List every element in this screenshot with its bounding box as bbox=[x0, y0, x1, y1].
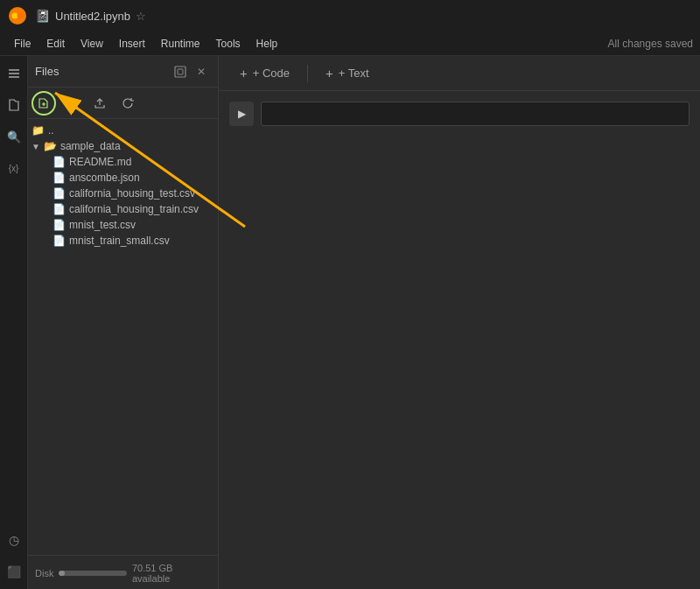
disk-usage-fill bbox=[59, 571, 64, 576]
file-icon: 📄 bbox=[52, 203, 66, 215]
titlebar: 📓 Untitled2.ipynb ☆ bbox=[0, 0, 700, 32]
save-status: All changes saved bbox=[608, 38, 693, 50]
add-text-label: + Text bbox=[339, 67, 369, 80]
file-icon: 📄 bbox=[52, 156, 66, 168]
sidebar-terminal-icon[interactable]: ⬛ bbox=[4, 561, 24, 582]
notebook-icon: 📓 bbox=[35, 9, 50, 23]
svg-rect-6 bbox=[175, 67, 186, 77]
add-code-label: + Code bbox=[253, 67, 290, 80]
tree-item-label: california_housing_test.csv bbox=[69, 187, 195, 200]
disk-label: Disk bbox=[35, 568, 53, 578]
tree-item-mnist-train-small[interactable]: 📄 mnist_train_small.csv bbox=[28, 233, 218, 249]
menu-help[interactable]: Help bbox=[249, 36, 285, 52]
tree-item-sample-data[interactable]: ▼ 📂 sample_data bbox=[28, 138, 218, 154]
tree-item-label: sample_data bbox=[60, 140, 121, 152]
plus-icon: + bbox=[240, 66, 248, 81]
panel-controls: ✕ bbox=[171, 62, 211, 81]
main-layout: 🔍 {x} ◷ ⬛ Files ✕ bbox=[0, 56, 700, 589]
cell-input[interactable] bbox=[261, 102, 690, 126]
content-toolbar: + + Code + + Text bbox=[219, 56, 700, 91]
tree-item-parent[interactable]: 📁 .. bbox=[28, 123, 218, 138]
folder-icon: 📂 bbox=[44, 140, 57, 152]
sidebar-files-icon[interactable] bbox=[4, 95, 24, 116]
tree-item-anscombe[interactable]: 📄 anscombe.json bbox=[28, 170, 218, 186]
files-panel-header: Files ✕ bbox=[28, 56, 218, 88]
tree-item-label: mnist_train_small.csv bbox=[69, 235, 170, 247]
sidebar-history-icon[interactable]: ◷ bbox=[4, 529, 24, 550]
code-cell: ▶ bbox=[226, 98, 693, 130]
svg-point-1 bbox=[12, 13, 18, 19]
sidebar-search-icon[interactable]: 🔍 bbox=[4, 126, 24, 147]
files-panel: Files ✕ bbox=[28, 56, 219, 589]
file-icon: 📄 bbox=[52, 172, 66, 184]
svg-point-2 bbox=[18, 13, 24, 19]
tree-item-cal-train[interactable]: 📄 california_housing_train.csv bbox=[28, 201, 218, 217]
icon-sidebar: 🔍 {x} ◷ ⬛ bbox=[0, 56, 28, 589]
svg-rect-7 bbox=[178, 69, 183, 74]
menu-view[interactable]: View bbox=[74, 36, 110, 52]
expand-icon: ▼ bbox=[32, 142, 40, 151]
menu-tools[interactable]: Tools bbox=[209, 36, 248, 52]
menu-insert[interactable]: Insert bbox=[112, 36, 152, 52]
run-icon: ▶ bbox=[238, 108, 246, 120]
tree-item-mnist-test[interactable]: 📄 mnist_test.csv bbox=[28, 217, 218, 233]
tree-item-label: california_housing_train.csv bbox=[69, 203, 199, 215]
file-icon: 📄 bbox=[52, 187, 66, 200]
tree-item-label: .. bbox=[48, 124, 54, 137]
folder-up-icon: 📁 bbox=[32, 124, 45, 137]
new-file-button[interactable] bbox=[32, 91, 56, 116]
add-text-button[interactable]: + + Text bbox=[318, 62, 376, 84]
disk-available: 70.51 GB available bbox=[132, 563, 211, 584]
files-panel-title: Files bbox=[35, 65, 167, 78]
tree-item-cal-test[interactable]: 📄 california_housing_test.csv bbox=[28, 186, 218, 201]
content-area: + + Code + + Text ▶ bbox=[219, 56, 700, 589]
star-icon[interactable]: ☆ bbox=[136, 10, 146, 23]
close-panel-button[interactable]: ✕ bbox=[192, 62, 211, 81]
sidebar-menu-icon[interactable] bbox=[4, 63, 24, 84]
files-toolbar bbox=[28, 88, 218, 119]
tree-item-label: README.md bbox=[69, 156, 131, 168]
notebook-title: Untitled2.ipynb bbox=[55, 10, 130, 23]
menu-file[interactable]: File bbox=[7, 36, 38, 52]
plus-icon2: + bbox=[326, 66, 333, 81]
tree-item-label: mnist_test.csv bbox=[69, 219, 136, 231]
tree-item-readme[interactable]: 📄 README.md bbox=[28, 154, 218, 170]
sidebar-variables-icon[interactable]: {x} bbox=[4, 158, 24, 179]
cell-area: ▶ bbox=[219, 91, 700, 589]
file-icon: 📄 bbox=[52, 235, 66, 247]
refresh-button[interactable] bbox=[116, 91, 140, 116]
files-footer: Disk 70.51 GB available bbox=[28, 555, 218, 589]
tree-item-label: anscombe.json bbox=[69, 172, 140, 184]
file-icon: 📄 bbox=[52, 219, 66, 231]
popout-panel-button[interactable] bbox=[171, 62, 190, 81]
upload-button[interactable] bbox=[88, 91, 112, 116]
toolbar-divider bbox=[307, 65, 308, 82]
colab-logo-icon bbox=[7, 5, 28, 26]
menu-runtime[interactable]: Runtime bbox=[154, 36, 207, 52]
new-folder-button[interactable] bbox=[60, 91, 84, 116]
disk-usage-bar bbox=[59, 571, 127, 576]
menubar: File Edit View Insert Runtime Tools Help… bbox=[0, 32, 700, 56]
add-code-button[interactable]: + + Code bbox=[233, 62, 297, 84]
run-cell-button[interactable]: ▶ bbox=[229, 102, 254, 126]
menu-edit[interactable]: Edit bbox=[39, 36, 72, 52]
file-tree: 📁 .. ▼ 📂 sample_data 📄 README.md 📄 ansco… bbox=[28, 119, 218, 555]
